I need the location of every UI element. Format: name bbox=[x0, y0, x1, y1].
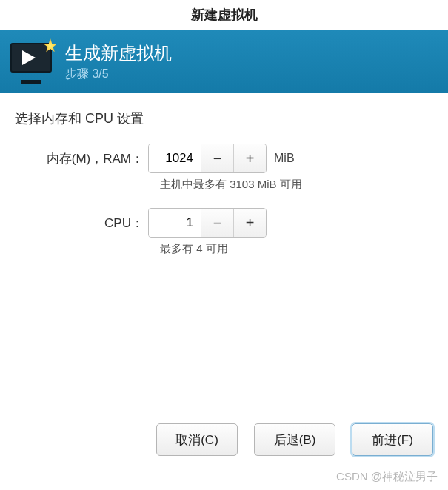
memory-unit: MiB bbox=[274, 152, 295, 165]
new-vm-icon bbox=[10, 43, 55, 80]
cpu-decrease-button: − bbox=[201, 209, 233, 237]
window-title: 新建虚拟机 bbox=[0, 0, 448, 30]
content-area: 选择内存和 CPU 设置 内存(M)，RAM： − + MiB 主机中最多有 3… bbox=[0, 93, 448, 289]
memory-label: 内存(M)，RAM： bbox=[15, 150, 148, 167]
back-button[interactable]: 后退(B) bbox=[254, 423, 335, 456]
memory-hint: 主机中最多有 3103 MiB 可用 bbox=[160, 178, 433, 192]
memory-increase-button[interactable]: + bbox=[233, 144, 266, 172]
memory-stepper: − + bbox=[148, 144, 267, 173]
cpu-hint: 最多有 4 可用 bbox=[160, 242, 433, 256]
cpu-input[interactable] bbox=[149, 209, 201, 237]
wizard-header: 生成新虚拟机 步骤 3/5 bbox=[0, 30, 448, 93]
header-step: 步骤 3/5 bbox=[65, 67, 172, 82]
watermark: CSDN @神秘泣男子 bbox=[336, 470, 438, 484]
memory-row: 内存(M)，RAM： − + MiB bbox=[15, 144, 433, 173]
cancel-button[interactable]: 取消(C) bbox=[156, 423, 238, 456]
header-title: 生成新虚拟机 bbox=[65, 41, 172, 65]
memory-decrease-button[interactable]: − bbox=[201, 144, 233, 172]
cpu-stepper: − + bbox=[148, 208, 267, 238]
forward-button[interactable]: 前进(F) bbox=[352, 423, 433, 456]
footer-buttons: 取消(C) 后退(B) 前进(F) bbox=[156, 423, 433, 456]
section-title: 选择内存和 CPU 设置 bbox=[15, 110, 433, 127]
cpu-label: CPU： bbox=[15, 215, 148, 232]
cpu-row: CPU： − + bbox=[15, 208, 433, 238]
memory-input[interactable] bbox=[149, 144, 201, 172]
cpu-increase-button[interactable]: + bbox=[233, 209, 266, 237]
